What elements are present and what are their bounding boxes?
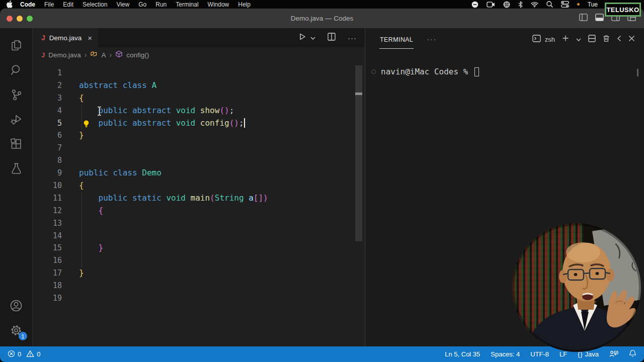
feedback-icon[interactable]: [609, 350, 618, 359]
bluetooth-icon[interactable]: [518, 1, 523, 8]
window-titlebar[interactable]: Demo.java — Codes: [0, 9, 644, 28]
wifi-icon[interactable]: [531, 2, 538, 8]
menu-terminal[interactable]: Terminal: [171, 1, 203, 8]
tab-demo-java[interactable]: J Demo.java ×: [33, 28, 99, 47]
eol-status[interactable]: LF: [559, 350, 567, 358]
code-line[interactable]: 14: [33, 230, 365, 242]
search-icon[interactable]: [0, 58, 32, 82]
menu-go[interactable]: Go: [134, 1, 151, 8]
toggle-primary-sidebar-icon[interactable]: [579, 14, 588, 23]
breadcrumb-file[interactable]: Demo.java: [48, 51, 81, 59]
screen-record-icon[interactable]: [471, 1, 478, 8]
warning-count: 0: [37, 350, 40, 358]
mouse-ibeam-pointer: [97, 106, 102, 116]
line-number: 3: [33, 92, 62, 105]
breadcrumb[interactable]: J Demo.java › A › config(): [33, 47, 365, 62]
editor-more-actions[interactable]: ···: [348, 34, 357, 42]
code-line[interactable]: 6}: [33, 129, 365, 142]
code-line[interactable]: 2abstract class A: [33, 79, 365, 92]
toggle-panel-icon[interactable]: [595, 14, 604, 23]
split-editor-icon[interactable]: [328, 33, 336, 43]
run-button[interactable]: [298, 33, 306, 43]
status-bar: 0 0 Ln 5, Col 35 Spaces: 4 UTF-8 LF { } …: [0, 346, 644, 362]
presenter-portrait: [512, 223, 641, 352]
activity-bar: 1: [0, 28, 33, 346]
menu-edit[interactable]: Edit: [58, 1, 78, 8]
settings-gear-icon[interactable]: 1: [0, 318, 32, 342]
menu-code[interactable]: Code: [16, 1, 40, 8]
editor-tabbar: J Demo.java × ···: [33, 28, 365, 47]
minimize-window-button[interactable]: [17, 16, 23, 22]
line-number: 17: [33, 267, 62, 280]
terminal-scrollbar[interactable]: [637, 69, 638, 76]
close-panel-icon[interactable]: [628, 35, 635, 44]
tab-terminal[interactable]: TERMINAL: [379, 30, 414, 49]
code-line[interactable]: 3{: [33, 92, 365, 105]
code-line[interactable]: 16: [33, 254, 365, 267]
code-line[interactable]: 11 public static void main(String a[]): [33, 192, 365, 205]
warning-icon: [26, 350, 34, 359]
menu-help[interactable]: Help: [233, 1, 255, 8]
code-editor[interactable]: 12abstract class A3{4 public abstract vo…: [33, 62, 365, 346]
code-line[interactable]: 17}: [33, 267, 365, 280]
explorer-icon[interactable]: [0, 33, 32, 58]
menu-window[interactable]: Window: [203, 1, 234, 8]
kill-terminal-trash-icon[interactable]: [603, 35, 610, 44]
breadcrumb-method[interactable]: config(): [126, 51, 149, 59]
testing-icon[interactable]: [0, 156, 32, 181]
menubar-day[interactable]: Tue: [588, 1, 598, 8]
run-debug-icon[interactable]: [0, 107, 32, 132]
line-number: 12: [33, 205, 62, 217]
account-icon[interactable]: [0, 293, 32, 318]
menu-selection[interactable]: Selection: [78, 1, 112, 8]
webcam-overlay: [512, 223, 641, 352]
menu-file[interactable]: File: [40, 1, 58, 8]
line-number: 7: [33, 142, 62, 154]
cursor-position-status[interactable]: Ln 5, Col 35: [445, 350, 480, 358]
shell-name[interactable]: zsh: [545, 36, 555, 43]
tab-close-icon[interactable]: ×: [88, 34, 92, 42]
line-number: 15: [33, 242, 62, 254]
encoding-status[interactable]: UTF-8: [530, 350, 549, 358]
terminal-dropdown-chevron-icon[interactable]: [576, 35, 581, 44]
code-line[interactable]: 8: [33, 154, 365, 167]
line-number: 9: [33, 167, 62, 179]
code-line[interactable]: 15 }: [33, 242, 365, 254]
keyboard-globe-icon[interactable]: [503, 1, 510, 8]
terminal-content[interactable]: navin@iMac Codes %: [365, 50, 644, 76]
notifications-bell-icon[interactable]: [629, 349, 636, 359]
panel-more-actions[interactable]: ···: [427, 35, 437, 43]
quickfix-lightbulb-icon[interactable]: [83, 120, 90, 128]
line-number: 18: [33, 280, 62, 292]
source-control-icon[interactable]: [0, 82, 32, 107]
code-line[interactable]: 9public class Demo: [33, 167, 365, 179]
code-line[interactable]: 5 public abstract void config();: [33, 117, 365, 130]
code-line[interactable]: 7: [33, 142, 365, 154]
menu-run[interactable]: Run: [151, 1, 171, 8]
breadcrumb-class[interactable]: A: [101, 51, 106, 59]
code-line[interactable]: 18: [33, 280, 365, 292]
code-line[interactable]: 12 {: [33, 205, 365, 217]
code-line[interactable]: 1: [33, 67, 365, 79]
line-number: 5: [33, 117, 62, 130]
zoom-window-button[interactable]: [27, 16, 33, 22]
control-center-icon[interactable]: [561, 1, 569, 8]
code-line[interactable]: 4 public abstract void show();: [33, 105, 365, 117]
apple-menu-icon[interactable]: [6, 1, 13, 8]
code-line[interactable]: 13: [33, 217, 365, 230]
editor-group: J Demo.java × ··· J Demo.ja: [33, 28, 365, 346]
split-terminal-icon[interactable]: [588, 35, 596, 44]
code-line[interactable]: 10{: [33, 179, 365, 192]
code-line[interactable]: 19: [33, 292, 365, 305]
indentation-status[interactable]: Spaces: 4: [491, 350, 520, 358]
menu-view[interactable]: View: [112, 1, 134, 8]
new-terminal-icon[interactable]: [562, 35, 569, 44]
chevron-left-icon[interactable]: [617, 35, 621, 44]
camera-icon[interactable]: [487, 2, 495, 8]
problems-status[interactable]: 0 0: [8, 350, 40, 359]
run-dropdown-chevron-icon[interactable]: [310, 33, 315, 42]
editor-scrollbar[interactable]: [355, 65, 362, 241]
extensions-icon[interactable]: [0, 132, 32, 156]
spotlight-search-icon[interactable]: [546, 1, 553, 8]
close-window-button[interactable]: [7, 16, 13, 22]
